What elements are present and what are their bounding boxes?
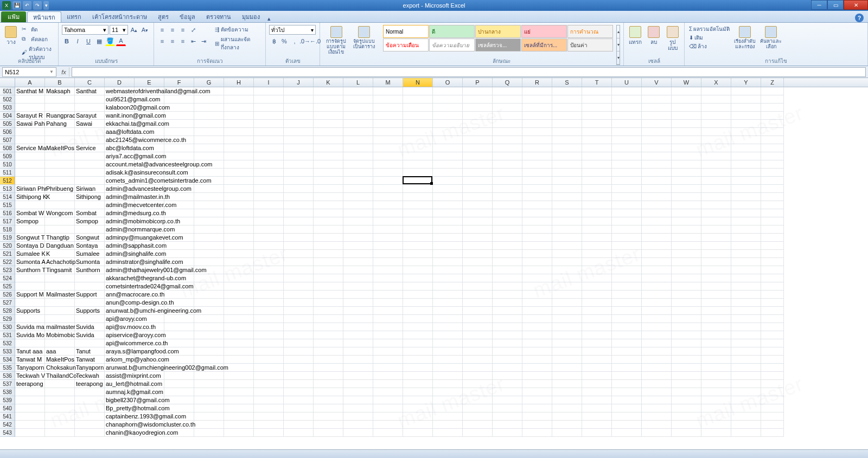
cell[interactable] — [254, 299, 284, 307]
cell[interactable] — [45, 315, 75, 323]
col-header-R[interactable]: R — [522, 78, 552, 87]
cell[interactable]: api@aroyy.com — [105, 315, 135, 323]
cell[interactable] — [612, 104, 642, 112]
cell[interactable] — [552, 347, 582, 356]
cell[interactable]: account.metal@advancesteelgroup.com — [105, 160, 135, 169]
cell[interactable] — [433, 291, 463, 299]
cell[interactable] — [582, 136, 612, 144]
cell[interactable]: chanaphorn@wisdomcluster.co.th — [105, 421, 135, 429]
cell[interactable] — [731, 404, 761, 412]
cell[interactable] — [731, 380, 761, 388]
cell[interactable] — [731, 225, 761, 234]
cell[interactable] — [701, 258, 731, 266]
cell[interactable] — [403, 356, 433, 364]
cell[interactable] — [75, 95, 105, 104]
cell[interactable] — [314, 396, 343, 404]
cell[interactable] — [493, 258, 522, 266]
cell[interactable] — [373, 234, 403, 242]
cell[interactable] — [672, 185, 701, 193]
cell[interactable] — [493, 380, 522, 388]
cell[interactable] — [373, 242, 403, 250]
cell[interactable] — [493, 266, 522, 274]
cell[interactable] — [254, 323, 284, 331]
cell[interactable]: admin@sapphasit.com — [105, 242, 135, 250]
cell[interactable] — [433, 282, 463, 291]
cell[interactable] — [343, 185, 373, 193]
cell[interactable] — [343, 242, 373, 250]
cell[interactable] — [403, 323, 433, 331]
cell[interactable] — [15, 136, 45, 144]
cell[interactable] — [194, 193, 224, 201]
cell[interactable]: anun@comp-design.co.th — [105, 299, 135, 307]
cell[interactable] — [314, 209, 343, 217]
cell[interactable]: aaa@loftdata.com — [105, 128, 135, 136]
cell[interactable] — [701, 412, 731, 421]
cell[interactable] — [642, 323, 672, 331]
cell[interactable] — [314, 250, 343, 258]
cell[interactable] — [463, 372, 493, 380]
cell[interactable] — [701, 242, 731, 250]
cell[interactable] — [314, 274, 343, 282]
cell[interactable] — [314, 339, 343, 347]
clear-button[interactable]: ⌫ล้าง — [688, 42, 731, 50]
paste-button[interactable]: วาง — [3, 25, 18, 46]
cell[interactable]: Sumonta — [75, 258, 105, 266]
cell[interactable] — [343, 258, 373, 266]
cell[interactable] — [493, 95, 522, 104]
cell[interactable] — [582, 185, 612, 193]
cell[interactable] — [672, 282, 701, 291]
cell[interactable] — [522, 104, 552, 112]
cell[interactable] — [582, 242, 612, 250]
cell[interactable] — [373, 347, 403, 356]
cell[interactable] — [314, 144, 343, 152]
cell[interactable] — [552, 412, 582, 421]
cell[interactable] — [314, 266, 343, 274]
cell[interactable]: captainbenz.1993@gmail.com — [105, 412, 135, 421]
cell[interactable] — [254, 250, 284, 258]
cell[interactable] — [433, 234, 463, 242]
cell[interactable] — [224, 356, 254, 364]
cell[interactable] — [433, 242, 463, 250]
format-cells-button[interactable]: รูปแบบ — [665, 25, 681, 52]
cell[interactable] — [672, 307, 701, 315]
cell[interactable] — [642, 339, 672, 347]
cell[interactable] — [761, 282, 784, 291]
cell[interactable] — [672, 291, 701, 299]
cell[interactable] — [552, 234, 582, 242]
cell[interactable] — [433, 120, 463, 128]
cell[interactable] — [224, 331, 254, 339]
cell[interactable] — [254, 201, 284, 209]
cell[interactable] — [314, 160, 343, 169]
cell[interactable] — [642, 412, 672, 421]
cell[interactable] — [254, 421, 284, 429]
cell[interactable] — [164, 112, 194, 120]
cell[interactable] — [314, 225, 343, 234]
cell[interactable] — [194, 185, 224, 193]
row-header[interactable]: 511 — [0, 169, 15, 177]
cell[interactable]: Sawai Pah — [15, 120, 45, 128]
cell[interactable] — [761, 169, 784, 177]
cell[interactable] — [701, 201, 731, 209]
cell[interactable] — [522, 323, 552, 331]
col-header-Z[interactable]: Z — [761, 78, 784, 87]
cell[interactable] — [224, 404, 254, 412]
cell[interactable]: anunwat.b@umchi-engineering.com — [105, 307, 135, 315]
sort-filter-button[interactable]: เรียงลำดับและกรอง — [733, 25, 757, 51]
cell[interactable] — [582, 404, 612, 412]
cell[interactable] — [314, 299, 343, 307]
cell[interactable] — [15, 104, 45, 112]
cell[interactable]: Suvida — [75, 331, 105, 339]
cell[interactable] — [701, 274, 731, 282]
cell[interactable] — [612, 160, 642, 169]
cell[interactable] — [224, 266, 254, 274]
cell[interactable]: ann@macrocare.co.th — [105, 291, 135, 299]
cell[interactable] — [433, 136, 463, 144]
cell[interactable] — [194, 120, 224, 128]
cell[interactable] — [672, 412, 701, 421]
cell[interactable] — [403, 136, 433, 144]
cell[interactable] — [612, 364, 642, 372]
cell[interactable] — [522, 404, 552, 412]
cell[interactable] — [701, 396, 731, 404]
row-header[interactable]: 504 — [0, 112, 15, 120]
cell[interactable] — [373, 282, 403, 291]
